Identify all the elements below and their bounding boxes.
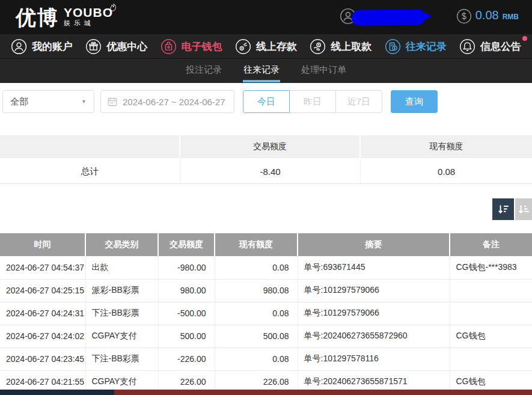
summary-total-balance: 0.08 bbox=[361, 159, 532, 183]
cell-remark: CG钱包-***3983 bbox=[450, 256, 532, 279]
calendar-icon bbox=[107, 96, 118, 107]
cell-summary: 单号:202406273655872960 bbox=[298, 325, 450, 348]
cell-type: CGPAY支付 bbox=[85, 325, 158, 348]
summary-header-balance: 现有额度 bbox=[361, 135, 532, 158]
summary-total-row: 总计 -8.40 0.08 bbox=[0, 159, 532, 184]
cell-remark: CG钱包 bbox=[450, 325, 532, 348]
transactions-table-body: 2024-06-27 04:54:37 出款 -980.00 0.08 单号:6… bbox=[0, 256, 532, 393]
cell-summary: 单号:101297579066 bbox=[298, 302, 450, 325]
cell-balance: 0.08 bbox=[215, 256, 298, 279]
filter-row: 全部 ▼ 2024-06-27 ~ 2024-06-27 今日 昨日 近7日 查… bbox=[2, 90, 532, 113]
coin-dollar-icon bbox=[456, 8, 472, 26]
cell-time: 2024-06-27 04:54:37 bbox=[0, 256, 85, 279]
username-redaction-tail bbox=[424, 12, 432, 20]
summary-header-amount: 交易额度 bbox=[180, 135, 361, 158]
logo-en-text: YOUBO bbox=[64, 6, 113, 19]
quick-last7days-button[interactable]: 近7日 bbox=[335, 90, 382, 113]
summary-total-amount: -8.40 bbox=[180, 159, 361, 183]
cell-time: 2024-06-27 04:24:31 bbox=[0, 302, 85, 325]
balance-display[interactable]: 0.08 RMB bbox=[456, 8, 519, 26]
summary-header: 交易额度 现有额度 bbox=[0, 135, 532, 158]
cell-balance: 980.08 bbox=[215, 279, 298, 302]
cell-time: 2024-06-27 04:25:15 bbox=[0, 279, 85, 302]
nav-item-my-account[interactable]: 我的账户 bbox=[11, 38, 73, 55]
records-icon bbox=[385, 38, 401, 55]
header-balance: 现有额度 bbox=[215, 233, 298, 256]
header-remark: 备注 bbox=[450, 233, 532, 256]
sort-controls bbox=[0, 198, 532, 220]
main-nav: 我的账户 优惠中心 电子钱包 线上存款 线上取款 bbox=[0, 34, 532, 59]
date-range-input[interactable]: 2024-06-27 ~ 2024-06-27 bbox=[100, 90, 234, 113]
table-row: 2024-06-27 04:23:45 下注-BB彩票 -226.00 0.08… bbox=[0, 348, 532, 370]
cell-type: 下注-BB彩票 bbox=[85, 348, 158, 370]
wallet-icon bbox=[161, 38, 177, 55]
nav-item-deposit[interactable]: 线上存款 bbox=[235, 38, 297, 55]
sort-ascending-icon bbox=[517, 203, 530, 216]
cell-balance: 0.08 bbox=[215, 348, 298, 370]
footer-maroon-segment bbox=[114, 390, 532, 395]
notification-badge bbox=[522, 36, 527, 41]
table-row: 2024-06-27 04:25:15 派彩-BB彩票 980.00 980.0… bbox=[0, 279, 532, 302]
nav-label: 线上存款 bbox=[256, 40, 297, 54]
cell-amount: -980.00 bbox=[158, 256, 215, 279]
nav-label: 优惠中心 bbox=[106, 40, 147, 54]
header-amount: 交易额度 bbox=[158, 233, 215, 256]
quick-yesterday-button[interactable]: 昨日 bbox=[289, 90, 336, 113]
nav-label: 往来记录 bbox=[406, 40, 447, 54]
cell-type: 派彩-BB彩票 bbox=[85, 279, 158, 302]
nav-item-withdraw[interactable]: 线上取款 bbox=[310, 38, 371, 55]
cell-remark bbox=[450, 348, 532, 370]
footer-bar bbox=[0, 390, 532, 395]
cell-summary: 单号:101297579066 bbox=[298, 279, 450, 302]
balance-currency: RMB bbox=[503, 13, 519, 21]
tab-transaction-records[interactable]: 往来记录 bbox=[243, 64, 280, 81]
logo-cn-text: 优博 bbox=[16, 3, 59, 32]
username-redaction bbox=[352, 9, 425, 25]
type-select-value: 全部 bbox=[10, 96, 28, 108]
user-icon bbox=[11, 38, 27, 55]
bell-icon bbox=[459, 38, 475, 55]
footer-navy-segment bbox=[0, 390, 114, 395]
quick-today-button[interactable]: 今日 bbox=[243, 90, 290, 113]
withdraw-icon bbox=[310, 38, 326, 55]
table-row: 2024-06-27 04:24:31 下注-BB彩票 -500.00 0.08… bbox=[0, 302, 532, 325]
quick-date-group: 今日 昨日 近7日 bbox=[243, 90, 382, 113]
nav-label: 信息公告 bbox=[480, 40, 521, 54]
date-range-value: 2024-06-27 ~ 2024-06-27 bbox=[123, 97, 225, 107]
transactions-table: 时间 交易类别 交易额度 现有额度 摘要 备注 2024-06-27 04:54… bbox=[0, 233, 532, 394]
cell-summary: 单号:101297578116 bbox=[298, 348, 450, 370]
tab-pending-orders[interactable]: 处理中订单 bbox=[301, 64, 346, 81]
cell-type: 下注-BB彩票 bbox=[85, 302, 158, 325]
cell-amount: 980.00 bbox=[158, 279, 215, 302]
nav-item-transaction-records[interactable]: 往来记录 bbox=[385, 38, 447, 55]
cell-summary: 单号:693671445 bbox=[298, 256, 450, 279]
cell-amount: 500.00 bbox=[158, 325, 215, 348]
chevron-down-icon: ▼ bbox=[81, 99, 87, 105]
cell-time: 2024-06-27 04:24:02 bbox=[0, 325, 85, 348]
cell-time: 2024-06-27 04:23:45 bbox=[0, 348, 85, 370]
nav-item-e-wallet[interactable]: 电子钱包 bbox=[161, 38, 222, 55]
user-account[interactable] bbox=[340, 8, 425, 27]
gift-icon bbox=[85, 38, 102, 55]
summary-total-label: 总计 bbox=[0, 159, 180, 183]
type-select[interactable]: 全部 ▼ bbox=[2, 90, 94, 113]
logo-sub-text: 娱乐城 bbox=[64, 19, 113, 27]
nav-item-promotions[interactable]: 优惠中心 bbox=[85, 38, 147, 55]
header-time: 时间 bbox=[0, 233, 85, 256]
nav-label: 电子钱包 bbox=[182, 40, 222, 54]
sub-tab-bar: 投注记录 往来记录 处理中订单 bbox=[0, 59, 532, 83]
sort-ascending-button[interactable] bbox=[515, 198, 532, 220]
nav-label: 线上取款 bbox=[331, 40, 371, 54]
sort-descending-button[interactable] bbox=[492, 198, 514, 220]
cell-balance: 500.08 bbox=[215, 325, 298, 348]
tab-betting-records[interactable]: 投注记录 bbox=[186, 64, 222, 81]
header-summary: 摘要 bbox=[298, 233, 450, 256]
cell-remark bbox=[450, 302, 532, 325]
cell-amount: -500.00 bbox=[158, 302, 215, 325]
search-button[interactable]: 查询 bbox=[391, 90, 438, 113]
site-logo[interactable]: 优博 YOUBO 娱乐城 bbox=[16, 3, 113, 32]
nav-item-announcements[interactable]: 信息公告 bbox=[459, 38, 521, 55]
sort-descending-icon bbox=[497, 203, 510, 216]
top-header: 优博 YOUBO 娱乐城 0.08 bbox=[0, 0, 532, 34]
cell-type: 出款 bbox=[85, 256, 158, 279]
